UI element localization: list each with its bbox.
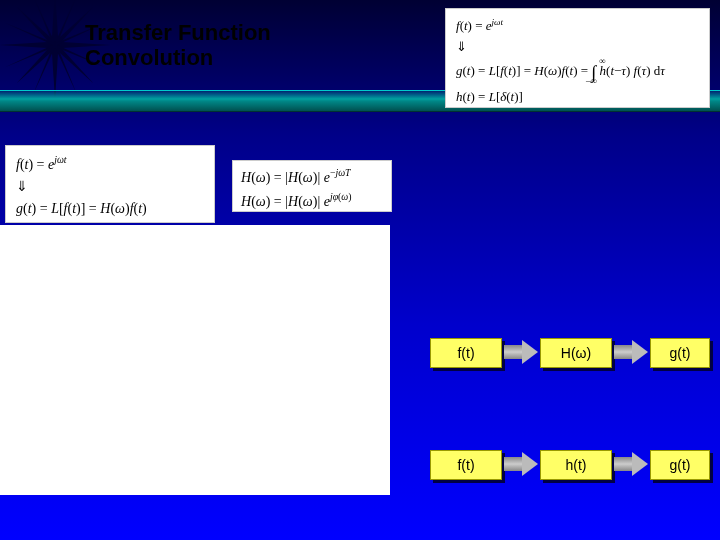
equation-box-left: f(t) = ejωt ⇓ g(t) = L[f(t)] = H(ω)f(t): [5, 145, 215, 223]
equation-box-topright: f(t) = ejωt ⇓ g(t) = L[f(t)] = H(ω)f(t) …: [445, 8, 710, 108]
flow2-output: g(t): [650, 450, 710, 480]
svg-marker-15: [55, 45, 77, 95]
flow2-input-label: f(t): [457, 457, 474, 473]
flow2-system-label: h(t): [566, 457, 587, 473]
flow1-input: f(t): [430, 338, 502, 368]
eq-tr-4: h(t) = L[δ(t)]: [456, 87, 699, 108]
eq-m-2: H(ω) = |H(ω)| ejφ(ω): [241, 189, 383, 213]
flow1-system-label: H(ω): [561, 345, 591, 361]
arrow-icon: [504, 452, 538, 476]
flow1-input-label: f(t): [457, 345, 474, 361]
flow1-system: H(ω): [540, 338, 612, 368]
svg-marker-12: [6, 45, 56, 67]
arrow-icon: [614, 340, 648, 364]
eq-tr-2: ⇓: [456, 37, 699, 58]
title-line2: Convolution: [85, 45, 271, 70]
eq-tr-3: g(t) = L[f(t)] = H(ω)f(t) = ∫∞−∞ h(t−τ) …: [456, 58, 699, 87]
svg-marker-14: [33, 45, 55, 95]
eq-tr-1: f(t) = ejωt: [456, 15, 699, 37]
slide-title: Transfer Function Convolution: [85, 20, 271, 71]
svg-marker-2: [0, 42, 55, 49]
equation-box-mid: H(ω) = |H(ω)| e−jωT H(ω) = |H(ω)| ejφ(ω): [232, 160, 392, 212]
eq-l-3: g(t) = L[f(t)] = H(ω)f(t): [16, 198, 204, 220]
eq-m-1: H(ω) = |H(ω)| e−jωT: [241, 165, 383, 189]
bottom-white-area: [0, 225, 390, 495]
arrow-icon: [614, 452, 648, 476]
svg-marker-9: [55, 0, 77, 45]
arrow-icon: [504, 340, 538, 364]
flow1-output: g(t): [650, 338, 710, 368]
svg-marker-10: [6, 23, 56, 45]
flow2-output-label: g(t): [670, 457, 691, 473]
svg-marker-6: [17, 45, 56, 84]
title-line1: Transfer Function: [85, 20, 271, 45]
flow1-output-label: g(t): [670, 345, 691, 361]
svg-marker-4: [17, 7, 56, 46]
svg-marker-8: [33, 0, 55, 45]
eq-l-2: ⇓: [16, 176, 204, 198]
flow2-system: h(t): [540, 450, 612, 480]
flow2-input: f(t): [430, 450, 502, 480]
eq-l-1: f(t) = ejωt: [16, 152, 204, 176]
